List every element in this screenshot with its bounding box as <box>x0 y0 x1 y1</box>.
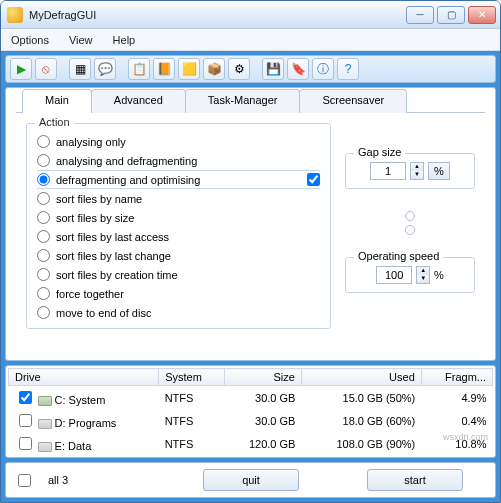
drive-fs: NTFS <box>159 432 225 455</box>
action-option[interactable]: sort files by last access <box>37 227 320 246</box>
play-button[interactable]: ▶ <box>10 58 32 80</box>
drive-checkbox[interactable] <box>19 437 32 450</box>
close-button[interactable]: ✕ <box>468 6 496 24</box>
action-checkbox[interactable] <box>307 173 320 186</box>
drive-name: C: System <box>55 394 106 406</box>
col-system[interactable]: System <box>159 369 225 386</box>
all-label: all 3 <box>48 474 68 486</box>
all-checkbox[interactable] <box>18 474 31 487</box>
tab-main[interactable]: Main <box>22 89 92 113</box>
action-radio[interactable] <box>37 230 50 243</box>
action-option[interactable]: analysing and defragmenting <box>37 151 320 170</box>
action-option[interactable]: sort files by name <box>37 189 320 208</box>
action-radio[interactable] <box>37 249 50 262</box>
stop-button[interactable]: ⦸ <box>35 58 57 80</box>
drive-checkbox[interactable] <box>19 391 32 404</box>
action-radio[interactable] <box>37 306 50 319</box>
menu-options[interactable]: Options <box>7 32 53 48</box>
drive-size: 30.0 GB <box>224 386 301 410</box>
action-radio[interactable] <box>37 154 50 167</box>
speed-spinner[interactable]: ▲▼ <box>416 266 430 284</box>
action-radio[interactable] <box>37 268 50 281</box>
col-frag[interactable]: Fragm... <box>421 369 492 386</box>
minimize-button[interactable]: ─ <box>406 6 434 24</box>
action-option[interactable]: sort files by last change <box>37 246 320 265</box>
drive-checkbox[interactable] <box>19 414 32 427</box>
action-label: analysing and defragmenting <box>56 155 197 167</box>
tab-task-manager[interactable]: Task-Manager <box>185 89 301 113</box>
action-radio[interactable] <box>37 135 50 148</box>
action-radio[interactable] <box>37 211 50 224</box>
speed-input[interactable] <box>376 266 412 284</box>
action-option[interactable]: move to end of disc <box>37 303 320 322</box>
action-option[interactable]: force together <box>37 284 320 303</box>
col-drive[interactable]: Drive <box>9 369 159 386</box>
drive-name: E: Data <box>55 440 92 452</box>
col-used[interactable]: Used <box>301 369 421 386</box>
action-label: force together <box>56 288 124 300</box>
drive-panel: Drive System Size Used Fragm... C: Syste… <box>5 365 496 458</box>
drive-size: 30.0 GB <box>224 409 301 432</box>
tag-icon[interactable]: 🔖 <box>287 58 309 80</box>
action-label: sort files by size <box>56 212 134 224</box>
tab-advanced[interactable]: Advanced <box>91 89 186 113</box>
info-icon[interactable]: ⓘ <box>312 58 334 80</box>
drive-fs: NTFS <box>159 386 225 410</box>
quit-button[interactable]: quit <box>203 469 299 491</box>
drive-used: 15.0 GB (50%) <box>301 386 421 410</box>
app-icon <box>7 7 23 23</box>
drive-table: Drive System Size Used Fragm... C: Syste… <box>8 368 493 455</box>
sort-asc-radio[interactable] <box>405 211 415 221</box>
tab-screensaver[interactable]: Screensaver <box>299 89 407 113</box>
action-option[interactable]: sort files by size <box>37 208 320 227</box>
speed-legend: Operating speed <box>354 250 443 262</box>
action-option[interactable]: analysing only <box>37 132 320 151</box>
gap-size-box: Gap size ▲▼ % <box>345 153 475 189</box>
speed-box: Operating speed ▲▼ % <box>345 257 475 293</box>
drive-icon <box>38 419 52 429</box>
book-icon[interactable]: 📙 <box>153 58 175 80</box>
mydef-icon[interactable]: 🟨 <box>178 58 200 80</box>
drive-used: 108.0 GB (90%) <box>301 432 421 455</box>
titlebar: MyDefragGUI ─ ▢ ✕ <box>1 1 500 29</box>
drive-icon <box>38 396 52 406</box>
notes-icon[interactable]: 📋 <box>128 58 150 80</box>
sort-desc-radio[interactable] <box>405 225 415 235</box>
drive-frag: 4.9% <box>421 386 492 410</box>
bottom-bar: all 3 quit start <box>5 462 496 498</box>
action-label: sort files by last change <box>56 250 171 262</box>
client-area: ▶ ⦸ ▦ 💬 📋 📙 🟨 📦 ⚙ 💾 🔖 ⓘ ? Main Advanced … <box>1 51 500 502</box>
app-window: MyDefragGUI ─ ▢ ✕ Options View Help ▶ ⦸ … <box>0 0 501 503</box>
chat-icon[interactable]: 💬 <box>94 58 116 80</box>
box-icon[interactable]: 📦 <box>203 58 225 80</box>
table-row[interactable]: E: DataNTFS120.0 GB108.0 GB (90%)10.8% <box>9 432 493 455</box>
gap-unit-button[interactable]: % <box>428 162 450 180</box>
drive-name: D: Programs <box>55 417 117 429</box>
col-size[interactable]: Size <box>224 369 301 386</box>
start-button[interactable]: start <box>367 469 463 491</box>
action-radio[interactable] <box>37 192 50 205</box>
drive-icon <box>38 442 52 452</box>
sort-direction-radios <box>345 207 475 239</box>
drive-size: 120.0 GB <box>224 432 301 455</box>
window-title: MyDefragGUI <box>29 9 403 21</box>
gap-input[interactable] <box>370 162 406 180</box>
action-option[interactable]: sort files by creation time <box>37 265 320 284</box>
gap-spinner[interactable]: ▲▼ <box>410 162 424 180</box>
table-row[interactable]: D: ProgramsNTFS30.0 GB18.0 GB (60%)0.4% <box>9 409 493 432</box>
action-radio[interactable] <box>37 173 50 186</box>
main-panel: Main Advanced Task-Manager Screensaver A… <box>5 87 496 361</box>
action-radio[interactable] <box>37 287 50 300</box>
menu-help[interactable]: Help <box>109 32 140 48</box>
maximize-button[interactable]: ▢ <box>437 6 465 24</box>
gear-icon[interactable]: ⚙ <box>228 58 250 80</box>
menu-view[interactable]: View <box>65 32 97 48</box>
menubar: Options View Help <box>1 29 500 51</box>
save-icon[interactable]: 💾 <box>262 58 284 80</box>
action-option[interactable]: defragmenting and optimising <box>37 170 320 189</box>
grid-icon[interactable]: ▦ <box>69 58 91 80</box>
drive-used: 18.0 GB (60%) <box>301 409 421 432</box>
action-label: analysing only <box>56 136 126 148</box>
table-row[interactable]: C: SystemNTFS30.0 GB15.0 GB (50%)4.9% <box>9 386 493 410</box>
help-icon[interactable]: ? <box>337 58 359 80</box>
